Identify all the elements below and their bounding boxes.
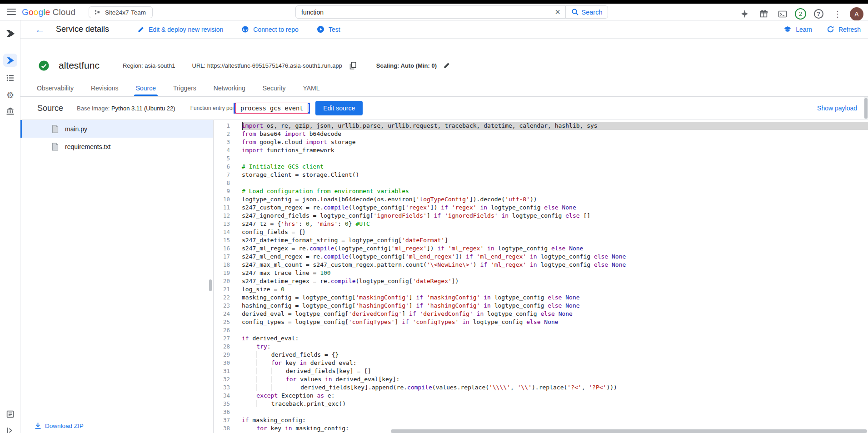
google-cloud-logo[interactable]: Google Cloud	[22, 7, 75, 17]
code-line[interactable]: 33 derived_fields[key].append(re.compile…	[214, 383, 868, 392]
download-zip-button[interactable]: Download ZIP	[35, 422, 84, 429]
code-text[interactable]: config_fields = {}	[242, 228, 868, 236]
edit-source-button[interactable]: Edit source	[315, 101, 363, 115]
page-scrollbar-thumb[interactable]	[864, 98, 868, 119]
code-editor[interactable]: 1import os, re, gzip, json, urllib.parse…	[214, 120, 868, 433]
code-text[interactable]	[242, 326, 868, 334]
code-line[interactable]: 30 for key in derived_eval:	[214, 359, 868, 367]
file-item-main-py[interactable]: main.py	[20, 120, 213, 138]
edit-deploy-revision-button[interactable]: Edit & deploy new revision	[137, 26, 223, 33]
code-line[interactable]: 4import functions_framework	[214, 146, 868, 154]
edit-scaling-icon[interactable]	[443, 62, 450, 69]
code-line[interactable]: 25config_types = logtype_config['configT…	[214, 318, 868, 326]
code-text[interactable]: import functions_framework	[242, 146, 868, 154]
code-line[interactable]: 18s247_max_ml_count = s247_custom_regex.…	[214, 261, 868, 269]
code-line[interactable]: 3from google.cloud import storage	[214, 138, 868, 146]
collapse-rail-icon[interactable]	[3, 424, 17, 433]
code-text[interactable]: # Load configuration from environment va…	[242, 187, 868, 195]
gemini-sparkle-icon[interactable]	[738, 7, 751, 20]
code-line[interactable]: 36	[214, 408, 868, 416]
code-line[interactable]: 12s247_ignored_fields = logtype_config['…	[214, 212, 868, 220]
code-line[interactable]: 31 derived_fields[key] = []	[214, 367, 868, 375]
code-text[interactable]: from base64 import b64decode	[242, 130, 868, 138]
tab-observability[interactable]: Observability	[35, 83, 75, 95]
code-text[interactable]: s247_ignored_fields = logtype_config['ig…	[242, 212, 868, 220]
code-text[interactable]: hashing_config = logtype_config['hashing…	[242, 302, 868, 310]
rail-bank-icon[interactable]	[3, 105, 17, 118]
tab-security[interactable]: Security	[261, 83, 288, 95]
code-line[interactable]: 24derived_eval = logtype_config['derived…	[214, 310, 868, 318]
clear-search-icon[interactable]: ×	[550, 6, 565, 18]
tab-triggers[interactable]: Triggers	[171, 83, 198, 95]
code-line[interactable]: 21log_size = 0	[214, 285, 868, 294]
active-shell-badge[interactable]: 2	[795, 8, 806, 20]
editor-horizontal-scrollbar[interactable]	[391, 429, 867, 433]
code-line[interactable]: 10logtype_config = json.loads(b64decode(…	[214, 195, 868, 204]
code-text[interactable]: traceback.print_exc()	[242, 400, 868, 408]
file-panel-scrollbar[interactable]	[209, 279, 212, 291]
code-line[interactable]: 27if derived_eval:	[214, 334, 868, 343]
project-picker-button[interactable]: Site24x7-Team	[89, 6, 153, 18]
code-text[interactable]: log_size = 0	[242, 285, 868, 294]
entry-point-value[interactable]: process_gcs_event	[235, 103, 308, 114]
back-arrow-icon[interactable]: ←	[35, 25, 45, 34]
code-line[interactable]: 32 for values in derived_eval[key]:	[214, 375, 868, 383]
code-text[interactable]: s247_max_ml_count = s247_custom_regex.pa…	[242, 261, 868, 269]
code-text[interactable]: s247_ml_regex = re.compile(logtype_confi…	[242, 244, 868, 253]
code-text[interactable]: logtype_config = json.loads(b64decode(os…	[242, 195, 868, 204]
code-text[interactable]: derived_fields[key].append(re.compile(va…	[242, 383, 868, 392]
avatar[interactable]: A	[850, 7, 863, 21]
code-line[interactable]: 2from base64 import b64decode	[214, 130, 868, 138]
rail-settings-gear-icon[interactable]: ⚙	[3, 88, 17, 101]
code-text[interactable]: config_types = logtype_config['configTyp…	[242, 318, 868, 326]
more-vert-icon[interactable]: ⋮	[831, 7, 844, 20]
code-line[interactable]: 11s247_custom_regex = re.compile(logtype…	[214, 204, 868, 212]
code-line[interactable]: 20s247_datetime_regex = re.compile(logty…	[214, 277, 868, 285]
code-text[interactable]: from google.cloud import storage	[242, 138, 868, 146]
code-text[interactable]: derived_fields = {}	[242, 351, 868, 359]
code-line[interactable]: 13s247_tz = {'hrs': 0, 'mins': 0} #UTC	[214, 220, 868, 228]
menu-icon[interactable]	[7, 9, 16, 15]
code-line[interactable]: 14config_fields = {}	[214, 228, 868, 236]
copy-url-icon[interactable]	[349, 62, 356, 70]
code-text[interactable]: if masking_config:	[242, 416, 868, 424]
code-line[interactable]: 1import os, re, gzip, json, urllib.parse…	[214, 122, 868, 130]
tab-yaml[interactable]: YAML	[301, 83, 321, 95]
code-line[interactable]: 34 except Exception as e:	[214, 392, 868, 400]
code-text[interactable]: for key in derived_eval:	[242, 359, 868, 367]
code-line[interactable]: 37if masking_config:	[214, 416, 868, 424]
file-item-requirements-txt[interactable]: requirements.txt	[20, 138, 213, 155]
code-text[interactable]: except Exception as e:	[242, 392, 868, 400]
cloud-shell-icon[interactable]	[776, 7, 789, 20]
code-text[interactable]: if derived_eval:	[242, 334, 868, 343]
code-line[interactable]: 5	[214, 154, 868, 163]
code-line[interactable]: 26	[214, 326, 868, 334]
code-line[interactable]: 16s247_ml_regex = re.compile(logtype_con…	[214, 244, 868, 253]
code-line[interactable]: 19s247_max_trace_line = 100	[214, 269, 868, 277]
code-line[interactable]: 23hashing_config = logtype_config['hashi…	[214, 302, 868, 310]
code-line[interactable]: 35 traceback.print_exc()	[214, 400, 868, 408]
code-text[interactable]: s247_tz = {'hrs': 0, 'mins': 0} #UTC	[242, 220, 868, 228]
code-text[interactable]: s247_custom_regex = re.compile(logtype_c…	[242, 204, 868, 212]
code-text[interactable]: masking_config = logtype_config['masking…	[242, 294, 868, 302]
code-text[interactable]: import os, re, gzip, json, urllib.parse,…	[242, 122, 868, 130]
rail-services-icon[interactable]	[3, 54, 17, 67]
refresh-button[interactable]: Refresh	[827, 25, 861, 33]
code-text[interactable]: derived_fields[key] = []	[242, 367, 868, 375]
code-line[interactable]: 9# Load configuration from environment v…	[214, 187, 868, 195]
code-line[interactable]: 17s247_ml_end_regex = re.compile(logtype…	[214, 253, 868, 261]
rail-jobs-list-icon[interactable]	[3, 71, 17, 85]
code-line[interactable]: 8	[214, 179, 868, 187]
code-text[interactable]: storage_client = storage.Client()	[242, 171, 868, 179]
code-text[interactable]: s247_datetime_regex = re.compile(logtype…	[242, 277, 868, 285]
url-value[interactable]: https://altestfunc-69515751476.asia-sout…	[207, 62, 342, 69]
code-line[interactable]: 6# Initialize GCS client	[214, 163, 868, 171]
show-payload-link[interactable]: Show payload	[817, 105, 857, 112]
code-text[interactable]: derived_eval = logtype_config['derivedCo…	[242, 310, 868, 318]
learn-button[interactable]: Learn	[783, 26, 812, 33]
search-button[interactable]: Search	[566, 6, 608, 18]
code-text[interactable]: s247_ml_end_regex = re.compile(logtype_c…	[242, 253, 868, 261]
code-line[interactable]: 29 derived_fields = {}	[214, 351, 868, 359]
code-text[interactable]	[242, 179, 868, 187]
page-scrollbar-track[interactable]	[864, 97, 868, 120]
